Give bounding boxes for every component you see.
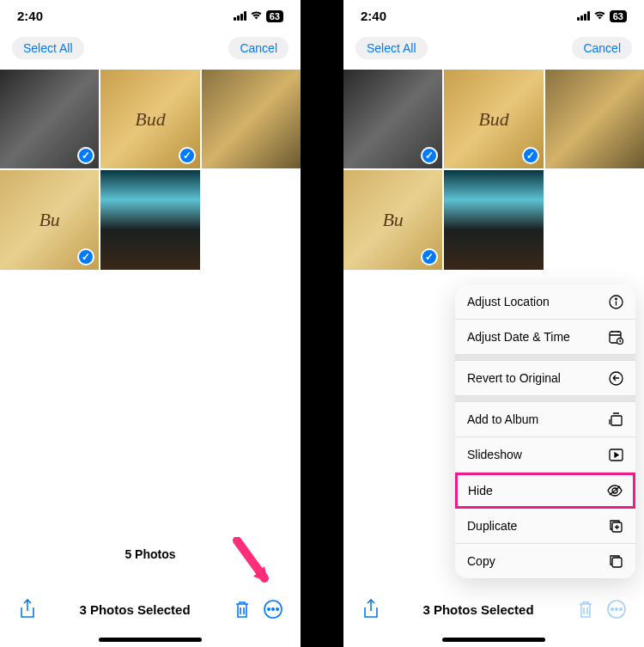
svg-point-1 [268,608,270,610]
calendar-icon [608,329,623,345]
menu-item-add-to-album[interactable]: Add to Album [455,402,635,437]
selection-check-icon: ✓ [179,147,196,164]
photo-thumbnail[interactable] [100,170,199,269]
bottom-toolbar: 3 Photos Selected [343,597,644,621]
selected-count-label: 3 Photos Selected [383,602,574,617]
duplicate-icon [608,518,623,534]
share-button[interactable] [359,597,383,621]
share-button[interactable] [15,597,39,621]
photo-thumbnail[interactable] [444,170,543,269]
menu-label: Adjust Date & Time [467,330,570,344]
menu-separator [455,355,635,361]
status-bar: 2:40 63 [343,0,644,28]
menu-label: Revert to Original [467,371,561,385]
copy-icon [608,553,623,569]
more-options-button[interactable] [605,597,629,621]
cancel-button[interactable]: Cancel [572,37,632,59]
selection-check-icon: ✓ [77,147,94,164]
context-menu: Adjust Location Adjust Date & Time Rever… [455,284,635,578]
selection-check-icon: ✓ [77,248,94,266]
play-icon [608,447,623,462]
svg-rect-13 [612,558,622,567]
photo-thumbnail[interactable]: ✓ [0,70,99,168]
clock: 2:40 [17,9,43,23]
menu-item-revert-original[interactable]: Revert to Original [455,361,635,396]
info-icon [608,294,623,309]
selected-count-label: 3 Photos Selected [39,602,230,617]
selection-check-icon: ✓ [421,248,438,266]
menu-item-duplicate[interactable]: Duplicate [455,509,635,544]
cellular-icon [234,11,246,21]
menu-item-hide[interactable]: Hide [455,473,635,509]
menu-item-adjust-location[interactable]: Adjust Location [455,284,635,320]
menu-label: Hide [468,484,493,497]
right-screenshot: 2:40 63 Select All Cancel ✓ Bud ✓ Bu ✓ A… [343,0,644,647]
album-icon [608,412,623,427]
cellular-icon [577,11,590,21]
spacer [301,0,343,647]
menu-label: Adjust Location [467,295,550,308]
selection-check-icon: ✓ [421,147,438,164]
menu-item-slideshow[interactable]: Slideshow [455,437,635,473]
photo-thumbnail[interactable]: Bud ✓ [444,70,543,168]
photo-thumbnail[interactable]: Bu ✓ [343,170,442,269]
menu-item-adjust-date-time[interactable]: Adjust Date & Time [455,320,635,355]
svg-point-17 [620,608,622,610]
cancel-button[interactable]: Cancel [228,37,289,59]
wifi-icon [593,9,606,22]
battery-icon: 63 [266,10,283,22]
battery-icon: 63 [610,10,627,22]
photo-thumbnail[interactable] [545,70,644,168]
eye-off-icon [607,483,623,498]
trash-button[interactable] [574,597,598,621]
photo-grid: ✓ Bud ✓ Bu ✓ [343,70,644,270]
bottom-toolbar: 3 Photos Selected [0,597,301,621]
home-indicator [442,638,545,642]
select-all-button[interactable]: Select All [12,37,84,59]
select-all-button[interactable]: Select All [355,37,428,59]
selection-check-icon: ✓ [522,147,539,164]
svg-point-3 [276,608,278,610]
photo-grid: ✓ Bud ✓ Bu ✓ [0,70,301,270]
svg-point-5 [615,298,617,300]
status-icons: 63 [234,9,283,22]
photo-thumbnail[interactable]: Bu ✓ [0,170,99,269]
wifi-icon [250,9,263,22]
selection-toolbar: Select All Cancel [0,28,301,70]
revert-icon [608,370,623,386]
home-indicator [99,638,202,642]
left-screenshot: 2:40 63 Select All Cancel ✓ Bud ✓ Bu ✓ 5… [0,0,301,647]
menu-label: Add to Album [467,412,538,426]
menu-item-copy[interactable]: Copy [455,544,635,578]
svg-point-15 [611,608,613,610]
clock: 2:40 [361,9,386,23]
photo-thumbnail[interactable]: ✓ [343,70,442,168]
annotation-arrow [230,537,273,589]
photo-thumbnail[interactable]: Bud ✓ [100,70,199,168]
svg-point-16 [616,608,617,610]
menu-label: Slideshow [467,448,522,461]
status-bar: 2:40 63 [0,0,301,28]
status-icons: 63 [577,9,627,22]
selection-toolbar: Select All Cancel [343,28,644,70]
menu-label: Copy [467,554,495,568]
more-options-button[interactable] [261,597,285,621]
svg-rect-9 [611,416,622,425]
photo-thumbnail[interactable] [202,70,301,168]
trash-button[interactable] [230,597,254,621]
menu-separator [455,396,635,402]
photo-count-label: 5 Photos [0,547,301,561]
menu-label: Duplicate [467,519,517,533]
svg-point-2 [272,608,274,610]
